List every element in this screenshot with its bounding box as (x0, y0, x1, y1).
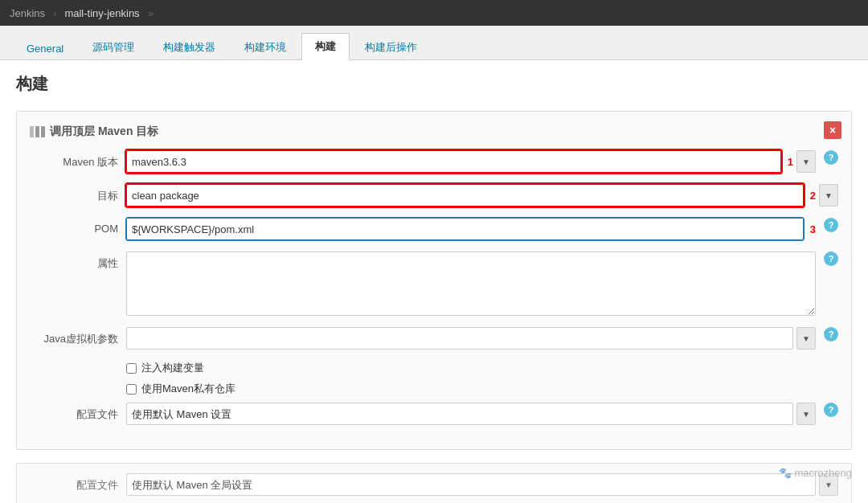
jvm-label: Java虚拟机参数 (30, 327, 118, 346)
tab-build[interactable]: 构建 (301, 33, 350, 60)
maven-version-dropdown[interactable]: ▼ (796, 150, 816, 173)
jvm-row: Java虚拟机参数 ▼ ? (30, 327, 838, 350)
goal-annotation: 2 (810, 190, 816, 202)
second-config-row: 配置文件 使用默认 Maven 全局设置 ▼ (30, 473, 838, 496)
config-file-dropdown[interactable]: ▼ (796, 403, 816, 425)
breadcrumb-arrow: » (148, 7, 154, 19)
maven-version-help-icon[interactable]: ? (824, 150, 838, 165)
inject-vars-row: 注入构建变量 (126, 361, 838, 375)
jvm-dropdown[interactable]: ▼ (796, 327, 816, 350)
jvm-input[interactable] (126, 327, 793, 350)
properties-textarea[interactable] (126, 251, 816, 316)
card-header: 调用顶层 Maven 目标 (30, 125, 838, 139)
pom-label: POM (30, 218, 118, 235)
goal-row: 目标 2 ▼ (30, 184, 838, 207)
main-content: General 源码管理 构建触发器 构建环境 构建 构建后操作 构建 调用顶层… (0, 26, 868, 503)
maven-version-control: 1 ▼ (126, 150, 816, 173)
goal-label: 目标 (30, 184, 118, 203)
maven-private-checkbox[interactable] (126, 384, 137, 395)
config-file-select[interactable]: 使用默认 Maven 设置 (126, 403, 793, 425)
tab-post-build[interactable]: 构建后操作 (351, 34, 431, 60)
breadcrumb-sep-1: › (53, 7, 56, 19)
breadcrumb-jenkins[interactable]: Jenkins (10, 7, 45, 19)
config-file-help-icon[interactable]: ? (824, 403, 838, 417)
maven-annotation: 1 (788, 156, 793, 168)
pom-annotation: 3 (810, 223, 816, 235)
inject-vars-label: 注入构建变量 (141, 361, 204, 375)
drag-handle-icon (30, 126, 45, 137)
breadcrumb-project[interactable]: mall-tiny-jenkins (64, 7, 139, 19)
tab-source[interactable]: 源码管理 (79, 34, 148, 60)
tab-bar: General 源码管理 构建触发器 构建环境 构建 构建后操作 (0, 26, 868, 60)
page-title: 构建 (16, 73, 852, 95)
pom-input[interactable] (126, 218, 804, 240)
tab-env[interactable]: 构建环境 (231, 34, 300, 60)
second-card: 配置文件 使用默认 Maven 全局设置 ▼ (16, 463, 852, 503)
properties-label: 属性 (30, 251, 118, 271)
second-config-select[interactable]: 使用默认 Maven 全局设置 (126, 473, 816, 496)
goal-dropdown[interactable]: ▼ (819, 184, 838, 207)
properties-help-icon[interactable]: ? (824, 251, 838, 266)
second-config-dropdown[interactable]: ▼ (819, 473, 838, 496)
inject-vars-checkbox[interactable] (126, 363, 137, 374)
jvm-help-icon[interactable]: ? (824, 327, 838, 341)
pom-help-icon[interactable]: ? (824, 218, 838, 232)
maven-private-label: 使用Maven私有仓库 (141, 382, 235, 396)
page-body: 构建 调用顶层 Maven 目标 × Maven 版本 1 ▼ ? (0, 60, 868, 503)
pom-row: POM 3 ? (30, 218, 838, 240)
config-file-control: 使用默认 Maven 设置 ▼ (126, 403, 816, 425)
pom-control: 3 (126, 218, 816, 240)
maven-version-input[interactable] (126, 150, 781, 173)
goal-input[interactable] (126, 184, 804, 207)
config-file-label: 配置文件 (30, 403, 118, 422)
properties-control (126, 251, 816, 316)
tab-general[interactable]: General (13, 36, 77, 60)
close-card-button[interactable]: × (824, 121, 841, 139)
goal-control: 2 ▼ (126, 184, 838, 207)
second-config-label: 配置文件 (30, 473, 118, 493)
jvm-control: ▼ (126, 327, 816, 350)
card-title: 调用顶层 Maven 目标 (50, 125, 158, 139)
maven-private-row: 使用Maven私有仓库 (126, 382, 838, 396)
config-file-row: 配置文件 使用默认 Maven 设置 ▼ ? (30, 403, 838, 425)
maven-card: 调用顶层 Maven 目标 × Maven 版本 1 ▼ ? 目标 2 ▼ (16, 111, 852, 450)
tab-trigger[interactable]: 构建触发器 (149, 34, 229, 60)
maven-version-label: Maven 版本 (30, 150, 118, 170)
second-config-control: 使用默认 Maven 全局设置 ▼ (126, 473, 838, 496)
top-bar: Jenkins › mall-tiny-jenkins » (0, 0, 868, 26)
maven-version-row: Maven 版本 1 ▼ ? (30, 150, 838, 173)
properties-row: 属性 ? (30, 251, 838, 316)
